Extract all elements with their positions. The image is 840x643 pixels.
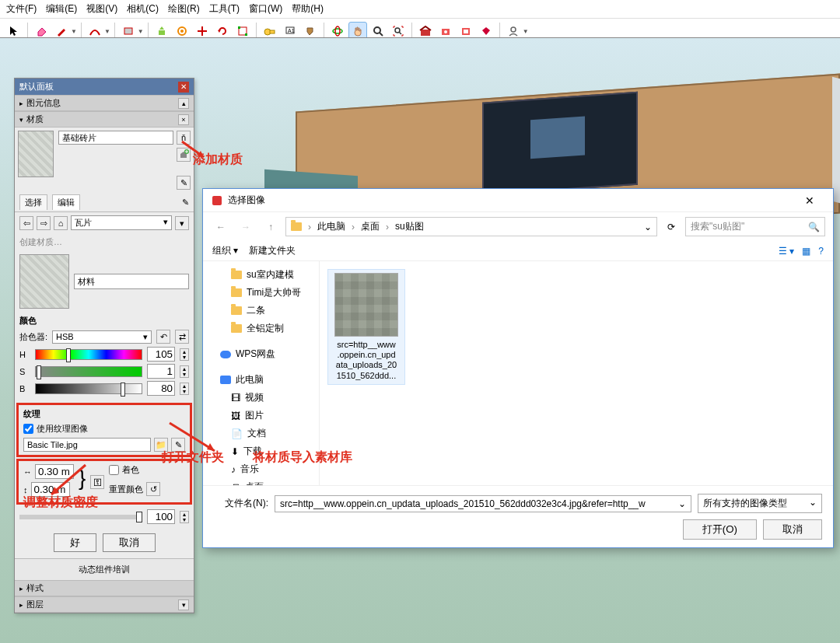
menu-camera[interactable]: 相机(C) — [127, 2, 159, 16]
scroll-down-icon[interactable]: ▾ — [178, 599, 189, 610]
organize-menu[interactable]: 组织 ▾ — [212, 244, 238, 257]
texture-file-input[interactable] — [23, 438, 151, 452]
file-item-selected[interactable]: src=http__www .oppein.cn_upd ata_uploads… — [327, 269, 405, 385]
add-material-icon[interactable] — [177, 148, 191, 162]
cancel-button[interactable]: 取消 — [103, 533, 156, 552]
nav-forward-button[interactable]: → — [236, 218, 256, 236]
tree-music-item[interactable]: ♪音乐 — [206, 460, 316, 478]
view-list-icon[interactable]: ☰ ▾ — [779, 246, 794, 257]
material-swatch[interactable] — [18, 131, 54, 177]
tree-downloads-item[interactable]: ⬇下载 — [206, 442, 316, 460]
menu-edit[interactable]: 编辑(E) — [46, 2, 77, 16]
bri-value[interactable] — [147, 381, 175, 396]
section-layers[interactable]: ▸图层▾ — [15, 596, 194, 613]
section-styles[interactable]: ▸样式 — [15, 580, 194, 596]
search-input[interactable]: 搜索"su贴图"🔍 — [685, 217, 825, 236]
material-name-input[interactable] — [58, 131, 173, 145]
tab-select[interactable]: 选择 — [19, 194, 47, 210]
tree-cloud-item[interactable]: WPS网盘 — [206, 345, 316, 363]
dialog-close-icon[interactable]: ✕ — [794, 194, 825, 207]
tex-height-input[interactable] — [31, 482, 70, 497]
bri-slider[interactable] — [35, 383, 142, 394]
tree-folder-item[interactable]: 全铝定制 — [206, 320, 316, 337]
folder-icon — [291, 222, 302, 231]
help-icon[interactable]: ? — [818, 246, 824, 257]
nav-up-button[interactable]: ↑ — [261, 218, 281, 236]
nav-fwd-icon[interactable]: ⇨ — [37, 216, 51, 230]
tree-pictures-item[interactable]: 🖼图片 — [206, 407, 316, 425]
use-texture-checkbox[interactable] — [23, 424, 33, 434]
nav-home-icon[interactable]: ⌂ — [54, 216, 68, 230]
app-icon — [211, 194, 223, 207]
browse-texture-icon[interactable]: 📁 — [154, 438, 168, 452]
svg-rect-15 — [421, 30, 430, 36]
bri-spinner[interactable]: ▴▾ — [180, 383, 189, 395]
menu-bar: 文件(F) 编辑(E) 视图(V) 相机(C) 绘图(R) 工具(T) 窗口(W… — [0, 0, 840, 19]
sample-icon[interactable]: ň — [177, 131, 191, 145]
menu-tools[interactable]: 工具(T) — [209, 2, 240, 16]
tree-folder-item[interactable]: su室内建模 — [206, 266, 316, 284]
menu-window[interactable]: 窗口(W) — [249, 2, 282, 16]
opacity-spinner[interactable]: ▴▾ — [180, 511, 189, 523]
color-swap-icon[interactable]: ⇄ — [175, 330, 189, 344]
eyedropper-icon[interactable]: ✎ — [177, 176, 191, 190]
nav-menu-icon[interactable]: ▾ — [175, 216, 189, 230]
opacity-slider[interactable] — [19, 515, 142, 519]
ok-button[interactable]: 好 — [54, 533, 96, 552]
sat-value[interactable] — [147, 364, 175, 379]
new-folder-button[interactable]: 新建文件夹 — [249, 244, 296, 257]
open-button[interactable]: 打开(O) — [683, 519, 757, 540]
panel-titlebar[interactable]: 默认面板 ✕ — [15, 79, 194, 95]
color-label: 颜色 — [19, 315, 189, 327]
hue-slider[interactable] — [35, 349, 142, 360]
link-dims-icon[interactable]: } — [79, 464, 86, 499]
category-select[interactable]: 瓦片▾ — [71, 215, 172, 230]
section-entity-info[interactable]: ▸图元信息 ▴ — [15, 95, 194, 111]
hue-spinner[interactable]: ▴▾ — [180, 348, 189, 361]
dimension-section: ↔ ↕ } ⚿ 着色 重置颜色↺ — [16, 459, 192, 505]
sat-slider[interactable] — [35, 366, 142, 377]
dialog-titlebar[interactable]: 选择图像 ✕ — [203, 189, 833, 212]
nav-back-icon[interactable]: ⇦ — [19, 216, 33, 230]
edit-pencil-icon[interactable]: ✎ — [182, 197, 189, 208]
view-grid-icon[interactable]: ▦ — [802, 246, 810, 257]
tab-edit[interactable]: 编辑 — [52, 194, 80, 210]
menu-file[interactable]: 文件(F) — [6, 2, 37, 16]
tree-docs-item[interactable]: 📄文档 — [206, 425, 316, 442]
tree-pc-item[interactable]: 此电脑 — [206, 371, 316, 389]
dialog-cancel-button[interactable]: 取消 — [763, 519, 822, 540]
opacity-value[interactable] — [147, 509, 175, 524]
filename-input[interactable]: src=http__www.oppein.cn_updata_uploads_2… — [275, 495, 691, 512]
address-bar[interactable]: 此电脑 桌面 su贴图 ⌄ — [285, 217, 657, 236]
folder-tree[interactable]: su室内建模 Timi是大帅哥 二条 全铝定制 WPS网盘 此电脑 🎞视频 🖼图… — [203, 261, 320, 485]
hue-value[interactable] — [147, 347, 175, 362]
tex-width-input[interactable] — [35, 464, 74, 479]
tree-video-item[interactable]: 🎞视频 — [206, 389, 316, 407]
filetype-select[interactable]: 所有支持的图像类型⌄ — [698, 494, 822, 513]
footer-link[interactable]: 动态组件培训 — [15, 558, 194, 580]
svg-rect-22 — [212, 196, 222, 205]
tree-folder-item[interactable]: 二条 — [206, 302, 316, 320]
scroll-up-icon[interactable]: ▴ — [178, 98, 189, 109]
tree-folder-item[interactable]: Timi是大帅哥 — [206, 284, 316, 302]
menu-draw[interactable]: 绘图(R) — [168, 2, 200, 16]
section-materials[interactable]: ▾材质 × — [15, 111, 194, 128]
tree-desktop-item[interactable]: 🖥桌面 — [206, 478, 316, 485]
close-section-icon[interactable]: × — [178, 114, 189, 125]
sat-spinner[interactable]: ▴▾ — [180, 365, 189, 378]
picker-mode-select[interactable]: HSB▾ — [52, 330, 152, 344]
material-header: ň ✎ — [15, 128, 194, 193]
lock-aspect-icon[interactable]: ⚿ — [90, 475, 104, 489]
colorize-checkbox[interactable] — [109, 465, 119, 475]
reset-color-icon[interactable]: ↺ — [146, 482, 160, 496]
menu-help[interactable]: 帮助(H) — [292, 2, 324, 16]
new-material-name-input[interactable] — [74, 274, 189, 289]
panel-close-icon[interactable]: ✕ — [178, 82, 189, 93]
menu-view[interactable]: 视图(V) — [86, 2, 117, 16]
new-material-swatch[interactable] — [19, 254, 69, 309]
nav-back-button[interactable]: ← — [211, 218, 231, 236]
refresh-icon[interactable]: ⟳ — [662, 222, 681, 232]
edit-texture-icon[interactable]: ✎ — [171, 438, 185, 452]
file-list[interactable]: src=http__www .oppein.cn_upd ata_uploads… — [320, 261, 833, 485]
color-undo-icon[interactable]: ↶ — [156, 330, 170, 344]
